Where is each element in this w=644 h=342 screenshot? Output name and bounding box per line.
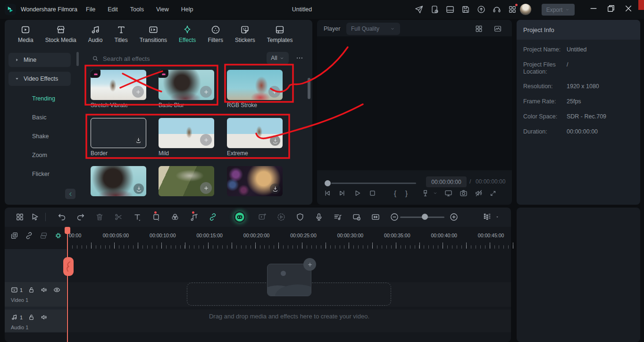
mask-icon[interactable] <box>295 212 305 222</box>
text-tool-icon[interactable] <box>133 212 142 222</box>
group-link-icon[interactable] <box>25 231 33 240</box>
color-icon[interactable] <box>170 212 180 222</box>
add-clip-icon[interactable] <box>258 212 267 222</box>
apps-grid-icon[interactable] <box>508 5 517 14</box>
link-icon[interactable] <box>208 212 217 222</box>
sidebar-item-basic[interactable]: Basic <box>32 114 75 121</box>
delete-icon[interactable] <box>95 212 104 222</box>
timeline-ruler-ticks[interactable] <box>67 242 514 249</box>
sidebar-item-video-effects[interactable]: Video Effects <box>8 72 71 86</box>
seek-track[interactable] <box>331 183 416 184</box>
add-button[interactable] <box>200 86 212 98</box>
workspace-layout-icon[interactable] <box>15 212 25 222</box>
sidebar-collapse-button[interactable] <box>65 189 75 199</box>
crop-icon[interactable] <box>151 212 161 222</box>
preview-viewport[interactable] <box>317 36 512 170</box>
add-button[interactable] <box>132 86 144 98</box>
effect-card[interactable]: Mild <box>159 118 214 157</box>
eye-icon[interactable] <box>53 286 61 294</box>
snapshot-button[interactable] <box>459 189 468 198</box>
current-timecode[interactable]: 00:00:00:00 <box>426 176 467 187</box>
play-button[interactable] <box>353 189 362 198</box>
effect-thumbnail[interactable] <box>227 166 283 196</box>
add-media-button[interactable] <box>303 258 316 271</box>
manage-tracks-icon[interactable] <box>482 212 492 222</box>
mute-button[interactable] <box>474 189 483 198</box>
playhead-grip[interactable] <box>63 257 74 276</box>
tab-transitions[interactable]: Transitions <box>139 23 168 45</box>
manage-tracks-caret-icon[interactable] <box>494 214 500 220</box>
filter-all-dropdown[interactable]: All <box>267 52 289 64</box>
download-button[interactable] <box>270 184 280 194</box>
tab-templates[interactable]: Templates <box>266 23 294 45</box>
effect-card[interactable]: RGB Stroke <box>227 70 283 108</box>
ai-audio-icon[interactable] <box>189 212 199 222</box>
sidebar-scrollbar[interactable] <box>76 52 79 66</box>
sidebar-item-trending[interactable]: Trending <box>32 95 75 102</box>
export-button[interactable]: Export <box>542 4 575 16</box>
export-caret-icon[interactable] <box>565 7 570 12</box>
video-track-header[interactable]: 1 Video 1 <box>5 282 67 307</box>
effect-card[interactable]: Border <box>91 118 146 157</box>
fit-timeline-icon[interactable] <box>371 212 380 222</box>
effect-thumbnail[interactable] <box>227 70 283 100</box>
speaker-icon[interactable] <box>40 313 48 321</box>
marker-button[interactable] <box>421 189 430 198</box>
download-button[interactable] <box>134 184 144 194</box>
scopes-icon[interactable] <box>493 25 502 33</box>
compound-clip-icon[interactable] <box>39 231 48 240</box>
stop-button[interactable] <box>368 189 377 198</box>
audio-to-text-icon[interactable] <box>333 212 343 222</box>
sidebar-item-flicker[interactable]: Flicker <box>32 171 75 177</box>
record-voiceover-icon[interactable] <box>314 212 324 222</box>
effects-scrollbar[interactable] <box>308 78 310 99</box>
split-icon[interactable] <box>114 212 123 222</box>
zoom-out-icon[interactable] <box>390 212 399 222</box>
effect-card[interactable] <box>91 166 146 198</box>
lock-icon[interactable] <box>27 313 35 321</box>
user-avatar[interactable] <box>520 4 531 15</box>
fullscreen-button[interactable] <box>489 190 497 197</box>
tab-media[interactable]: Media <box>17 23 34 45</box>
seek-handle[interactable] <box>325 180 331 186</box>
effect-thumbnail[interactable] <box>159 166 214 196</box>
ai-copilot-button[interactable] <box>234 211 245 223</box>
select-tool-icon[interactable] <box>30 212 40 222</box>
menu-file[interactable]: File <box>86 6 95 13</box>
audio-track-header[interactable]: 1 Audio 1 <box>5 309 67 332</box>
save-icon[interactable] <box>461 5 470 14</box>
effect-thumbnail[interactable] <box>159 70 214 100</box>
previous-frame-button[interactable] <box>323 189 332 198</box>
effect-card[interactable]: Extreme <box>227 118 283 157</box>
sidebar-item-mine[interactable]: Mine <box>8 53 71 67</box>
download-button[interactable] <box>133 135 143 145</box>
close-button[interactable] <box>624 4 633 13</box>
screen-record-icon[interactable] <box>352 212 361 222</box>
effects-search[interactable]: Search all effects All <box>87 52 309 65</box>
undo-icon[interactable] <box>57 212 67 222</box>
tab-audio[interactable]: Audio <box>87 23 104 45</box>
effect-thumbnail[interactable] <box>227 118 283 148</box>
effect-card[interactable] <box>227 166 283 198</box>
snap-toggle-icon[interactable] <box>54 231 63 240</box>
sidebar-item-shake[interactable]: Shake <box>32 133 75 140</box>
layout-panel-icon[interactable] <box>445 5 455 14</box>
more-options-icon[interactable] <box>295 54 304 62</box>
tab-effects[interactable]: Effects <box>178 23 197 45</box>
speaker-icon[interactable] <box>40 286 48 294</box>
redo-icon[interactable] <box>76 212 85 222</box>
display-output-button[interactable] <box>444 189 453 198</box>
effect-card[interactable]: Stretch Vibrate <box>91 70 146 108</box>
upload-icon[interactable] <box>477 5 486 14</box>
effect-thumbnail[interactable] <box>91 70 146 100</box>
tab-stock-media[interactable]: Stock Media <box>44 23 77 45</box>
duplicate-icon[interactable] <box>10 231 19 240</box>
sidebar-item-zoom[interactable]: Zoom <box>32 152 75 158</box>
effect-card[interactable] <box>159 166 214 198</box>
tab-stickers[interactable]: Stickers <box>234 23 256 45</box>
mark-in-button[interactable]: { <box>393 189 398 197</box>
playhead-head[interactable] <box>65 227 70 234</box>
next-frame-button[interactable] <box>338 189 347 198</box>
tab-filters[interactable]: Filters <box>207 23 224 45</box>
effect-card[interactable]: Basic Blur <box>159 70 214 108</box>
